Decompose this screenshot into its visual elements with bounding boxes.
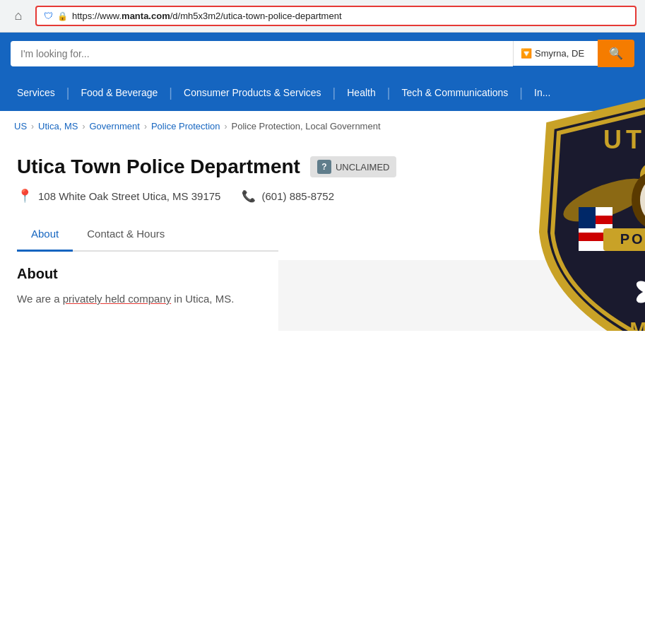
about-section: About We are a privately held company in… [17,252,278,322]
main-content: Utica Town Police Department ? UNCLAIMED… [0,141,645,331]
nav-item-consumer[interactable]: Consumer Products & Services [172,74,333,111]
location-select[interactable]: 🔽 Smyrna, DE [513,41,598,66]
address-item: 📍 108 White Oak Street Utica, MS 39175 [17,188,220,204]
nav-item-tech[interactable]: Tech & Communications [390,74,519,111]
breadcrumb-police[interactable]: Police Protection [151,121,220,131]
location-text: Smyrna, DE [535,48,584,59]
breadcrumb-city[interactable]: Utica, MS [38,121,78,131]
location-icon: 📍 [17,188,32,204]
left-panel: About Contact & Hours About We are a pri… [17,218,278,331]
search-bar: 🔽 Smyrna, DE 🔍 [0,33,645,74]
phone-icon: 📞 [242,189,256,203]
search-button[interactable]: 🔍 [598,40,634,67]
question-icon: ? [317,160,331,174]
home-icon[interactable]: ⌂ [8,6,28,26]
search-input[interactable] [11,41,513,66]
tab-about[interactable]: About [17,218,73,252]
nav-item-health[interactable]: Health [336,74,386,111]
unclaimed-label: UNCLAIMED [336,162,390,172]
svg-text:UTICA: UTICA [603,125,645,154]
nav-item-food[interactable]: Food & Beverage [69,74,169,111]
about-heading: About [17,266,278,282]
nav-item-services[interactable]: Services [6,74,66,111]
breadcrumb-us[interactable]: US [14,121,27,131]
unclaimed-badge[interactable]: ? UNCLAIMED [310,156,397,177]
svg-rect-12 [579,207,596,228]
svg-text:MS.: MS. [629,317,645,331]
breadcrumb-government[interactable]: Government [89,121,140,131]
lock-icon: 🔒 [57,11,68,21]
phone-item: 📞 (601) 885-8752 [242,189,334,203]
business-title: Utica Town Police Department [17,156,300,178]
address-text: 108 White Oak Street Utica, MS 39175 [38,190,220,202]
dropdown-arrow: 🔽 [521,48,532,59]
shield-icon: 🛡 [44,11,53,21]
svg-text:POLICE: POLICE [620,231,645,247]
about-text: We are a privately held company in Utica… [17,291,278,308]
tab-contact[interactable]: Contact & Hours [73,218,179,252]
url-text: https://www.manta.com/d/mh5x3m2/utica-to… [72,11,342,21]
police-badge: UTICA [536,90,645,331]
breadcrumb-current: Police Protection, Local Government [232,121,381,131]
tabs: About Contact & Hours [17,218,278,252]
main-layout: About Contact & Hours About We are a pri… [17,218,628,331]
company-type-link[interactable]: privately held company [63,293,171,305]
url-bar[interactable]: 🛡 🔒 https://www.manta.com/d/mh5x3m2/utic… [35,6,637,26]
phone-text: (601) 885-8752 [261,190,334,202]
browser-bar: ⌂ 🛡 🔒 https://www.manta.com/d/mh5x3m2/ut… [0,0,645,33]
